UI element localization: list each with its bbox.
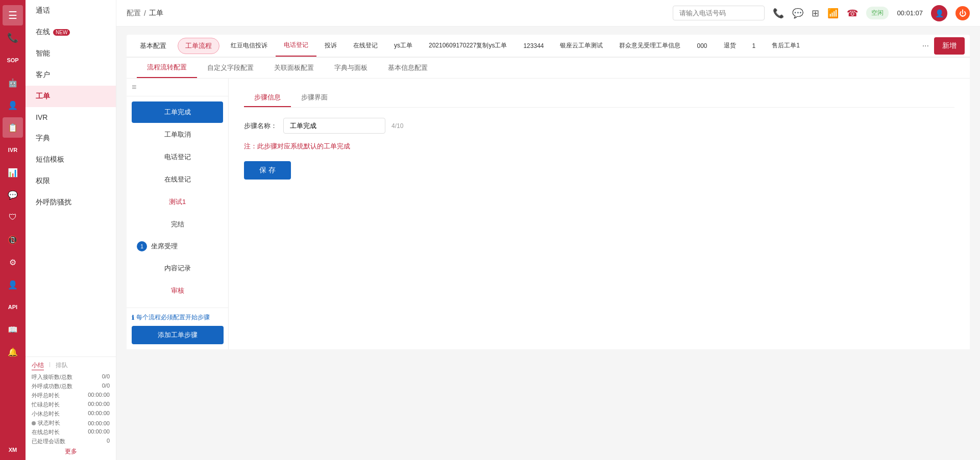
- more-tabs-btn[interactable]: ···: [917, 37, 934, 55]
- sub-tab-basic-info[interactable]: 基本信息配置: [378, 58, 438, 78]
- ivr-nav-icon[interactable]: IVR: [3, 140, 23, 160]
- xm-nav-icon[interactable]: XM: [3, 440, 23, 460]
- stat-row-status: 状态时长 00:00:00: [32, 419, 110, 427]
- book-nav-icon[interactable]: 📖: [3, 319, 23, 340]
- tab-ticket-flow[interactable]: 工单流程: [178, 38, 219, 54]
- tab-123344[interactable]: 123344: [515, 36, 552, 56]
- nav-item-customer[interactable]: 客户: [26, 64, 116, 86]
- stats-panel: 小结 | 排队 呼入接听数/总数 0/0 外呼成功数/总数 0/0 外呼总时长 …: [26, 356, 116, 460]
- nav-item-online[interactable]: 在线 NEW: [26, 21, 116, 43]
- tab-ys[interactable]: ys工单: [386, 35, 421, 56]
- top-header: 配置 / 工单 📞 💬 ⊞ 📶 ☎ 空闲 00:01:07 👤 ⏻: [116, 0, 980, 27]
- step-item-content[interactable]: 内容记录: [132, 258, 223, 279]
- step-item-cancel[interactable]: 工单取消: [132, 124, 223, 145]
- nav-item-smart[interactable]: 智能: [26, 43, 116, 64]
- stat-label-outbound: 外呼成功数/总数: [32, 382, 72, 390]
- phone-header-icon[interactable]: 📞: [773, 8, 784, 19]
- phone-nav-icon[interactable]: 📞: [3, 28, 23, 48]
- smart-nav-icon[interactable]: 🤖: [3, 72, 23, 93]
- breadcrumb-root: 配置: [127, 9, 141, 18]
- person-nav-icon[interactable]: 👤: [3, 274, 23, 295]
- drag-handle-row: ≡: [127, 79, 228, 96]
- stat-value-handled: 0: [107, 438, 110, 445]
- sub-tab-flow[interactable]: 流程流转配置: [137, 58, 197, 78]
- sub-tab-panel[interactable]: 关联面板配置: [264, 58, 324, 78]
- step-item-finish[interactable]: 完结: [132, 214, 223, 235]
- nav-item-ticket[interactable]: 工单: [26, 86, 116, 107]
- tab-complaint2[interactable]: 投诉: [316, 35, 345, 56]
- add-step-btn[interactable]: 添加工单步骤: [132, 326, 224, 344]
- message-header-icon[interactable]: 💬: [792, 8, 803, 19]
- settings-nav-icon[interactable]: ⚙: [3, 252, 23, 272]
- permission-nav-icon[interactable]: 🛡: [3, 207, 23, 227]
- sop-nav-icon[interactable]: SOP: [3, 50, 23, 70]
- stat-value-status: 00:00:00: [88, 420, 110, 426]
- stat-label-inbound: 呼入接听数/总数: [32, 373, 72, 381]
- stats-tab-summary[interactable]: 小结: [32, 361, 44, 370]
- stat-row-handled: 已处理会话数 0: [32, 438, 110, 445]
- step-item-audit[interactable]: 审核: [132, 280, 223, 301]
- step-sub-tab-info[interactable]: 步骤信息: [244, 89, 291, 107]
- api-nav-icon[interactable]: API: [3, 297, 23, 317]
- step-name-input[interactable]: [283, 118, 385, 134]
- step-item-online-reg[interactable]: 在线登记: [132, 169, 223, 190]
- stat-row-busy: 忙碌总时长 00:00:00: [32, 401, 110, 408]
- tab-phone-register[interactable]: 电话登记: [276, 35, 316, 57]
- stats-more-btn[interactable]: 更多: [32, 447, 110, 456]
- tab-masses[interactable]: 群众意见受理工单信息: [611, 35, 689, 56]
- step-item-test1[interactable]: 测试1: [132, 191, 223, 213]
- message-nav-icon[interactable]: 💬: [3, 185, 23, 205]
- menu-icon[interactable]: ☰: [3, 5, 23, 25]
- tab-1[interactable]: 1: [744, 36, 764, 56]
- tab-basic-config[interactable]: 基本配置: [132, 35, 175, 57]
- stat-label-busy: 忙碌总时长: [32, 401, 60, 408]
- step-item-phone-reg[interactable]: 电话登记: [132, 146, 223, 168]
- wifi-header-icon[interactable]: 📶: [827, 8, 839, 19]
- nav-item-outbound[interactable]: 外呼防骚扰: [26, 192, 116, 213]
- nav-item-sms[interactable]: 短信模板: [26, 149, 116, 170]
- header-right: 📞 💬 ⊞ 📶 ☎ 空闲 00:01:07 👤 ⏻: [673, 5, 970, 21]
- power-button[interactable]: ⏻: [955, 6, 970, 20]
- status-dot-icon: [32, 421, 36, 425]
- outbound-nav-icon[interactable]: 📵: [3, 229, 23, 250]
- bell-nav-icon[interactable]: 🔔: [3, 342, 23, 362]
- sub-tabs-bar: 流程流转配置 自定义字段配置 关联面板配置 字典与面板 基本信息配置: [127, 58, 970, 79]
- breadcrumb: 配置 / 工单: [127, 9, 163, 18]
- stat-label-status: 状态时长: [38, 419, 60, 427]
- stats-tab-queue[interactable]: 排队: [56, 361, 68, 370]
- step-item-seat[interactable]: 1 坐席受理: [132, 236, 223, 257]
- tab-return[interactable]: 退货: [716, 35, 744, 56]
- info-icon: ℹ: [132, 314, 134, 321]
- grid-header-icon[interactable]: ⊞: [812, 8, 819, 19]
- step-item-complete[interactable]: 工单完成: [132, 101, 223, 123]
- stat-value-online-dur: 00:00:00: [88, 428, 110, 436]
- nav-label-dict: 字典: [36, 134, 50, 143]
- save-step-btn[interactable]: 保 存: [244, 161, 291, 180]
- tab-copy-ys[interactable]: 20210609170227复制ys工单: [421, 35, 515, 56]
- tab-after-sale[interactable]: 售后工单1: [764, 35, 808, 56]
- customer-nav-icon[interactable]: 👤: [3, 95, 23, 115]
- ticket-nav-icon[interactable]: 📋: [3, 117, 23, 138]
- sub-tab-dict-panel[interactable]: 字典与面板: [324, 58, 378, 78]
- nav-label-online: 在线: [36, 28, 50, 37]
- breadcrumb-sep: /: [144, 9, 146, 17]
- tab-online-register[interactable]: 在线登记: [345, 35, 386, 56]
- phone-input[interactable]: [673, 6, 765, 20]
- new-ticket-btn[interactable]: 新增: [934, 37, 965, 55]
- content-body: ≡ 工单完成 工单取消 电话登记 在线登记 测试1 完结: [127, 79, 970, 349]
- nav-item-ivr[interactable]: IVR: [26, 107, 116, 127]
- chart-nav-icon[interactable]: 📊: [3, 162, 23, 183]
- sub-tab-custom-field[interactable]: 自定义字段配置: [197, 58, 264, 78]
- phone2-header-icon[interactable]: ☎: [847, 8, 858, 19]
- nav-item-dict[interactable]: 字典: [26, 127, 116, 149]
- avatar[interactable]: 👤: [931, 5, 947, 21]
- nav-label-phone: 通话: [36, 6, 50, 15]
- tab-yinzuo[interactable]: 银座云工单测试: [552, 35, 611, 56]
- tab-hongdou[interactable]: 红豆电信投诉: [223, 35, 276, 56]
- tab-000[interactable]: 000: [689, 36, 715, 56]
- info-label: 每个流程必须配置开始步骤: [136, 313, 210, 322]
- step-bottom-area: ℹ 每个流程必须配置开始步骤 添加工单步骤: [127, 308, 228, 349]
- step-sub-tab-ui[interactable]: 步骤界面: [291, 89, 338, 107]
- nav-item-permission[interactable]: 权限: [26, 170, 116, 192]
- nav-item-phone[interactable]: 通话: [26, 0, 116, 21]
